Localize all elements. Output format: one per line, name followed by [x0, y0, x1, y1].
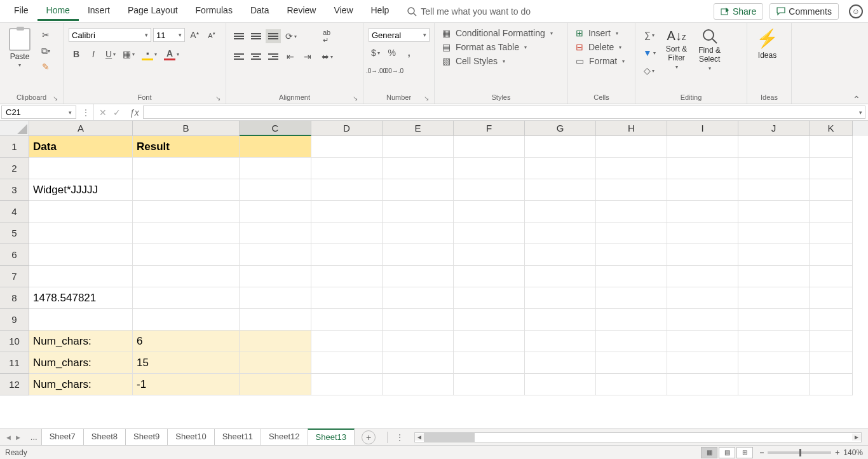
fx-icon[interactable]: ƒx	[126, 104, 143, 120]
cell-C2[interactable]	[240, 158, 311, 179]
cell-E3[interactable]	[383, 179, 454, 201]
cell-H7[interactable]	[596, 266, 667, 287]
cell-G11[interactable]	[525, 352, 596, 374]
decrease-indent-button[interactable]: ⇤	[283, 50, 298, 64]
select-all-corner[interactable]	[0, 121, 29, 136]
cell-C4[interactable]	[240, 201, 311, 223]
row-header-1[interactable]: 1	[0, 136, 29, 158]
cell-F2[interactable]	[454, 158, 525, 179]
fill-button[interactable]: ▼▾	[641, 46, 658, 60]
scroll-thumb[interactable]	[424, 433, 475, 442]
cell-D5[interactable]	[311, 223, 383, 244]
page-layout-view-button[interactable]: ▤	[719, 447, 735, 458]
cell-B3[interactable]	[133, 179, 240, 201]
tab-scroll-left[interactable]: ◄	[5, 434, 12, 441]
cell-A1[interactable]: Data	[29, 136, 133, 158]
cell-K10[interactable]	[810, 331, 853, 352]
tab-options[interactable]: ⋮	[391, 432, 408, 442]
row-header-11[interactable]: 11	[0, 352, 29, 374]
italic-button[interactable]: I	[86, 47, 101, 61]
clipboard-launcher[interactable]: ↘	[53, 95, 58, 102]
cell-J5[interactable]	[738, 223, 810, 244]
bold-button[interactable]: B	[69, 47, 84, 61]
cell-F4[interactable]	[454, 201, 525, 223]
cell-H11[interactable]	[596, 352, 667, 374]
align-bottom-button[interactable]	[266, 29, 281, 43]
cell-J2[interactable]	[738, 158, 810, 179]
horizontal-scrollbar[interactable]: ◄ ►	[414, 432, 862, 442]
cell-J6[interactable]	[738, 244, 810, 266]
align-right-button[interactable]	[266, 50, 281, 64]
cell-E6[interactable]	[383, 244, 454, 266]
menu-tab-insert[interactable]: Insert	[79, 1, 119, 21]
cell-F8[interactable]	[454, 287, 525, 309]
cell-K9[interactable]	[810, 309, 853, 331]
cell-C12[interactable]	[240, 374, 311, 395]
format-as-table-button[interactable]: ▤ Format as Table ▾	[440, 42, 529, 52]
share-button[interactable]: Share	[714, 3, 763, 20]
find-select-button[interactable]: Find & Select▾	[695, 25, 724, 74]
cell-E7[interactable]	[383, 266, 454, 287]
cell-D12[interactable]	[311, 374, 383, 395]
cell-C1[interactable]	[240, 136, 311, 158]
menu-tab-file[interactable]: File	[5, 1, 37, 21]
zoom-value[interactable]: 140%	[843, 448, 863, 457]
font-launcher[interactable]: ↘	[215, 95, 220, 102]
cell-E5[interactable]	[383, 223, 454, 244]
expand-formula-icon[interactable]: ▾	[859, 109, 862, 116]
cell-D6[interactable]	[311, 244, 383, 266]
decrease-decimal-button[interactable]: .00→.0	[386, 64, 401, 78]
increase-font-button[interactable]: A▴	[187, 28, 202, 42]
cell-H1[interactable]	[596, 136, 667, 158]
tab-scroll-right[interactable]: ►	[15, 434, 22, 441]
cell-G7[interactable]	[525, 266, 596, 287]
cell-H4[interactable]	[596, 201, 667, 223]
row-header-6[interactable]: 6	[0, 244, 29, 266]
zoom-slider[interactable]	[768, 451, 831, 454]
fill-color-button[interactable]: 🞍▾	[139, 47, 159, 61]
format-painter-button[interactable]: ✎	[38, 60, 53, 74]
row-header-12[interactable]: 12	[0, 374, 29, 395]
cell-E4[interactable]	[383, 201, 454, 223]
cell-A5[interactable]	[29, 223, 133, 244]
cell-J1[interactable]	[738, 136, 810, 158]
cell-G9[interactable]	[525, 309, 596, 331]
cell-A9[interactable]	[29, 309, 133, 331]
add-sheet-button[interactable]: +	[362, 430, 376, 444]
column-header-E[interactable]: E	[383, 121, 454, 136]
collapse-ribbon-button[interactable]: ⌃	[853, 94, 860, 104]
clear-button[interactable]: ◇▾	[641, 64, 658, 78]
cell-H3[interactable]	[596, 179, 667, 201]
sheet-tab-sheet9[interactable]: Sheet9	[125, 428, 168, 446]
sheet-tab-sheet13[interactable]: Sheet13	[308, 428, 355, 446]
menu-tab-help[interactable]: Help	[362, 1, 398, 21]
cell-C3[interactable]	[240, 179, 311, 201]
cell-E11[interactable]	[383, 352, 454, 374]
normal-view-button[interactable]: ▦	[701, 447, 717, 458]
cell-G5[interactable]	[525, 223, 596, 244]
cell-B1[interactable]: Result	[133, 136, 240, 158]
scroll-left-arrow[interactable]: ◄	[415, 434, 424, 441]
cut-button[interactable]: ✂	[38, 28, 53, 42]
merge-center-button[interactable]: ⬌▾	[319, 50, 336, 64]
cell-D4[interactable]	[311, 201, 383, 223]
cell-D8[interactable]	[311, 287, 383, 309]
cell-E2[interactable]	[383, 158, 454, 179]
cell-J3[interactable]	[738, 179, 810, 201]
cell-G1[interactable]	[525, 136, 596, 158]
row-header-7[interactable]: 7	[0, 266, 29, 287]
cell-G8[interactable]	[525, 287, 596, 309]
cell-J10[interactable]	[738, 331, 810, 352]
cell-F6[interactable]	[454, 244, 525, 266]
cell-I4[interactable]	[667, 201, 738, 223]
cell-B8[interactable]	[133, 287, 240, 309]
cell-G12[interactable]	[525, 374, 596, 395]
cell-K6[interactable]	[810, 244, 853, 266]
cell-J7[interactable]	[738, 266, 810, 287]
cell-A10[interactable]: Num_chars:	[29, 331, 133, 352]
cell-A7[interactable]	[29, 266, 133, 287]
cell-E10[interactable]	[383, 331, 454, 352]
cell-H10[interactable]	[596, 331, 667, 352]
cell-B4[interactable]	[133, 201, 240, 223]
cell-K4[interactable]	[810, 201, 853, 223]
